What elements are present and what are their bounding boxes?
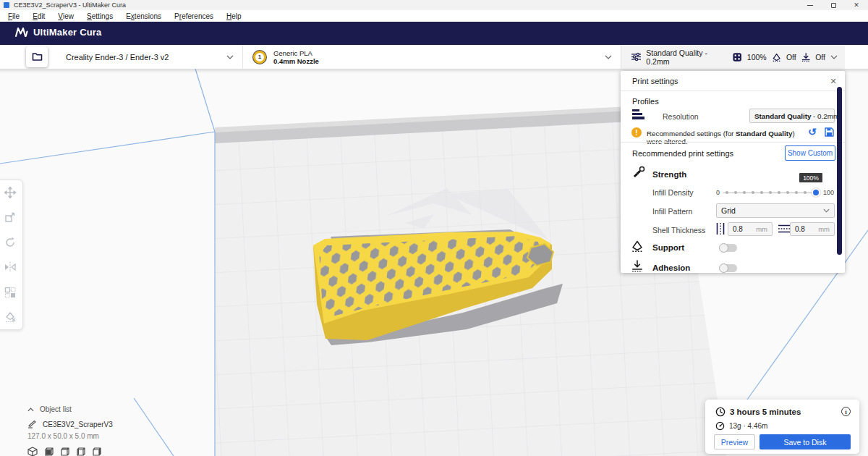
- app-icon: [4, 2, 9, 8]
- move-tool-button[interactable]: [4, 186, 17, 199]
- profile-sliders-icon: [631, 52, 641, 62]
- close-button[interactable]: ✕: [845, 0, 868, 10]
- app-name: UltiMaker Cura: [33, 27, 102, 38]
- material-estimate: 13g · 4.46m: [729, 422, 767, 430]
- print-settings-title: Print settings: [632, 77, 678, 85]
- material-spool-icon: [715, 421, 725, 431]
- material-name: Generic PLA: [273, 49, 605, 57]
- info-icon[interactable]: i: [841, 407, 851, 416]
- cura-window: CE3E3V2_ScraperV3 - UltiMaker Cura ✕ Fil…: [0, 0, 868, 456]
- view-front-icon[interactable]: [43, 447, 54, 456]
- configuration-toolbar: Creality Ender-3 / Ender-3 v2 1 Generic …: [0, 45, 868, 69]
- chevron-down-icon: [605, 55, 612, 59]
- object-list-item[interactable]: CE3E3V2_ScraperV3: [27, 420, 113, 428]
- open-file-button[interactable]: [26, 46, 48, 67]
- view-right-icon[interactable]: [91, 447, 101, 456]
- mirror-icon: [4, 261, 16, 273]
- menu-file[interactable]: File: [1, 10, 26, 22]
- strength-heading: Strength: [652, 170, 686, 179]
- action-panel: 3 hours 5 minutes i 13g · 4.46m Preview …: [705, 400, 859, 454]
- title-bar[interactable]: CE3E3V2_ScraperV3 - UltiMaker Cura ✕: [0, 0, 868, 10]
- ultimaker-logo-icon: [14, 27, 28, 38]
- adhesion-toggle[interactable]: [720, 264, 737, 272]
- resolution-value-suffix: - 0.2mm: [811, 112, 839, 120]
- clock-icon: [715, 407, 726, 417]
- support-blocker-button[interactable]: [4, 311, 17, 324]
- view-3d-icon[interactable]: [27, 447, 38, 456]
- menu-help[interactable]: Help: [220, 10, 248, 22]
- adhesion-summary: Off: [815, 53, 825, 62]
- slider-handle[interactable]: [812, 188, 820, 197]
- menu-preferences[interactable]: Preferences: [168, 10, 220, 22]
- recommended-settings-heading: Recommended print settings: [632, 149, 733, 158]
- chevron-down-icon: [830, 55, 838, 59]
- print-settings-summary[interactable]: Standard Quality - 0.2mm 100% Off Off: [621, 45, 845, 69]
- wall-thickness-icon: [716, 223, 725, 235]
- resolution-dropdown[interactable]: Standard Quality - 0.2mm: [749, 109, 835, 123]
- preview-button[interactable]: Preview: [714, 434, 755, 449]
- infill-pattern-value: Grid: [721, 206, 736, 215]
- view-left-icon[interactable]: [75, 447, 85, 456]
- wall-thickness-value: 0.8: [733, 225, 756, 233]
- infill-icon: [733, 52, 741, 62]
- menu-view[interactable]: View: [51, 10, 80, 22]
- slider-max-label: 100: [823, 189, 834, 196]
- rotate-tool-button[interactable]: [4, 236, 17, 249]
- window-title: CE3E3V2_ScraperV3 - UltiMaker Cura: [14, 1, 126, 9]
- infill-density-slider[interactable]: [723, 189, 816, 196]
- mirror-tool-button[interactable]: [4, 261, 17, 274]
- object-name: CE3E3V2_ScraperV3: [43, 421, 113, 428]
- support-toggle[interactable]: [720, 244, 737, 252]
- support-summary: Off: [786, 53, 796, 62]
- chevron-down-icon: [226, 55, 234, 59]
- view-presets: [27, 447, 101, 456]
- material-selector[interactable]: 1 Generic PLA 0.4mm Nozzle: [242, 45, 621, 69]
- wall-thickness-unit: mm: [756, 225, 767, 233]
- profiles-heading: Profiles: [632, 97, 659, 106]
- print-settings-panel: Print settings ✕ Profiles Resolution Sta…: [621, 71, 845, 273]
- per-model-settings-icon: [4, 287, 16, 298]
- folder-icon: [32, 52, 43, 62]
- profile-summary: Standard Quality - 0.2mm: [646, 48, 723, 66]
- menu-edit[interactable]: Edit: [26, 10, 51, 22]
- show-custom-button[interactable]: Show Custom: [785, 145, 835, 161]
- infill-summary: 100%: [747, 53, 767, 62]
- warning-text-bold: Standard Quality: [736, 130, 792, 138]
- per-model-settings-button[interactable]: [4, 286, 17, 299]
- menu-settings[interactable]: Settings: [80, 10, 119, 22]
- shell-thickness-label: Shell Thickness: [652, 226, 705, 235]
- chevron-up-icon: [27, 408, 34, 412]
- slider-value-tooltip: 100%: [799, 173, 822, 182]
- slider-min-label: 0: [716, 189, 720, 196]
- warning-text: Recommended settings (for: [647, 130, 736, 138]
- adhesion-section-icon: [631, 260, 643, 272]
- support-icon: [772, 52, 781, 62]
- move-icon: [4, 187, 16, 198]
- printer-name: Creality Ender-3 / Ender-3 v2: [66, 53, 226, 62]
- scale-tool-button[interactable]: [4, 211, 17, 224]
- extruder-badge: 1: [253, 51, 266, 64]
- maximize-button[interactable]: [822, 0, 845, 10]
- object-list-label: Object list: [40, 405, 72, 413]
- chevron-down-icon: [823, 208, 830, 213]
- pencil-icon: [27, 420, 37, 428]
- undo-icon[interactable]: ↺: [808, 126, 817, 138]
- top-bottom-thickness-field[interactable]: 0.8 mm: [790, 222, 835, 236]
- wall-thickness-field[interactable]: 0.8 mm: [728, 222, 773, 236]
- view-top-icon[interactable]: [59, 447, 69, 456]
- profile-altered-warning: Recommended settings (for Standard Quali…: [647, 130, 801, 145]
- infill-pattern-dropdown[interactable]: Grid: [716, 203, 835, 218]
- save-to-disk-button[interactable]: Save to Disk: [760, 434, 851, 449]
- save-profile-icon[interactable]: [825, 127, 834, 137]
- support-blocker-icon: [4, 311, 16, 323]
- minimize-button[interactable]: [799, 0, 822, 10]
- object-list-toggle[interactable]: Object list: [27, 405, 113, 413]
- object-dimensions: 127.0 x 50.0 x 5.0 mm: [27, 432, 113, 440]
- scale-icon: [4, 211, 16, 223]
- close-icon[interactable]: ✕: [827, 75, 839, 87]
- menu-extensions[interactable]: Extensions: [119, 10, 168, 22]
- settings-scrollbar[interactable]: [837, 87, 842, 255]
- printer-selector[interactable]: Creality Ender-3 / Ender-3 v2: [54, 45, 242, 69]
- resolution-layers-icon: [632, 109, 644, 120]
- infill-pattern-label: Infill Pattern: [652, 207, 692, 216]
